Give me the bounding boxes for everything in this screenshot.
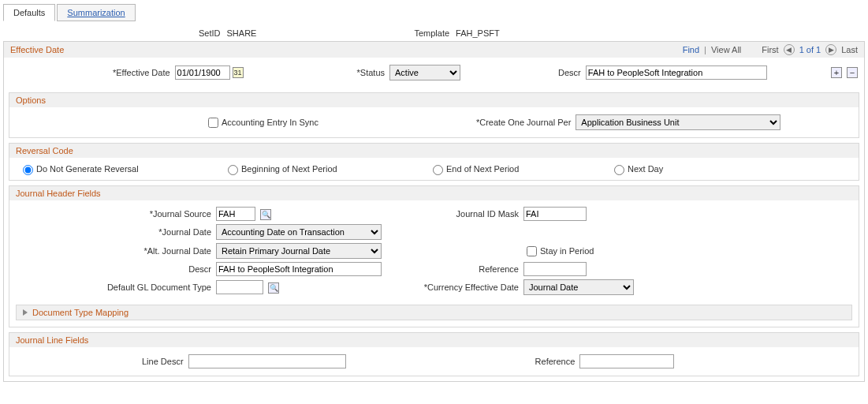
gl-label: Default GL Document Type — [19, 282, 216, 292]
mask-label: Journal ID Mask — [389, 209, 523, 219]
ced-label: *Currency Effective Date — [389, 282, 523, 292]
doc-type-mapping[interactable]: Document Type Mapping — [16, 305, 852, 320]
journal-header-section: Journal Header Fields *Journal Source 🔍 … — [9, 185, 859, 327]
prev-button[interactable]: ◀ — [784, 44, 795, 55]
setid-label: SetID — [199, 28, 221, 38]
template-value: FAH_PSFT — [456, 28, 500, 38]
lookup-icon[interactable]: 🔍 — [268, 282, 279, 294]
journal-header-title: Journal Header Fields — [16, 189, 101, 198]
jdate-select[interactable]: Accounting Date on Transaction — [216, 224, 382, 240]
status-select[interactable]: Active — [389, 65, 460, 80]
lookup-icon[interactable]: 🔍 — [260, 209, 271, 220]
tabs: Defaults Summarization — [3, 3, 865, 21]
next-button[interactable]: ▶ — [825, 44, 836, 55]
sync-checkbox[interactable] — [208, 118, 218, 128]
jdate-label: *Journal Date — [19, 227, 216, 237]
reversal-title: Reversal Code — [16, 146, 73, 155]
position-text: 1 of 1 — [799, 45, 821, 54]
effdt-label: *Effective Date — [113, 68, 170, 77]
jl-ref-input[interactable] — [579, 354, 674, 368]
viewall-link[interactable]: View All — [711, 45, 741, 54]
reversal-nextday-label: Next Day — [628, 164, 663, 174]
jh-descr-input[interactable] — [216, 262, 382, 276]
last-label: Last — [841, 45, 858, 54]
sync-label: Accounting Entry In Sync — [222, 118, 319, 127]
cojp-label: *Create One Journal Per — [476, 118, 571, 127]
jsrc-input[interactable] — [216, 207, 255, 221]
jl-ref-label: Reference — [535, 357, 576, 366]
calendar-icon[interactable]: 31 — [233, 67, 244, 78]
reversal-end-radio[interactable] — [433, 165, 443, 175]
find-link[interactable]: Find — [683, 45, 699, 54]
reversal-nextday-radio[interactable] — [614, 165, 624, 175]
effective-date-title: Effective Date — [10, 45, 64, 54]
descr-label: Descr — [558, 68, 581, 77]
options-title: Options — [16, 95, 46, 105]
line-descr-input[interactable] — [188, 354, 346, 368]
delete-row-button[interactable]: − — [847, 67, 858, 78]
setid-value: SHARE — [227, 28, 257, 38]
journal-line-section: Journal Line Fields Line Descr Reference — [9, 332, 859, 376]
reversal-none-radio[interactable] — [23, 165, 33, 175]
jsrc-label: *Journal Source — [19, 209, 216, 219]
grid-toolbar: Find | View All First ◀ 1 of 1 ▶ Last — [683, 44, 858, 55]
descr-input[interactable] — [586, 65, 767, 80]
first-label: First — [762, 45, 778, 54]
reversal-none-label: Do Not Generate Reversal — [36, 164, 139, 174]
reversal-begin-radio[interactable] — [228, 165, 238, 175]
effdt-input[interactable] — [175, 65, 230, 80]
reversal-section: Reversal Code Do Not Generate Reversal B… — [9, 143, 859, 181]
reversal-end-label: End of Next Period — [446, 164, 519, 174]
cojp-select[interactable]: Application Business Unit — [576, 114, 780, 130]
altdate-select[interactable]: Retain Primary Journal Date — [216, 243, 382, 259]
altdate-label: *Alt. Journal Date — [19, 246, 216, 256]
add-row-button[interactable]: + — [831, 67, 842, 78]
ced-select[interactable]: Journal Date — [523, 279, 634, 295]
template-label: Template — [414, 28, 449, 38]
tab-summarization[interactable]: Summarization — [57, 4, 135, 21]
mask-input[interactable] — [523, 207, 587, 221]
doc-type-mapping-title: Document Type Mapping — [32, 308, 129, 317]
tab-defaults[interactable]: Defaults — [3, 4, 55, 21]
gl-input[interactable] — [216, 280, 263, 294]
line-descr-label: Line Descr — [142, 357, 184, 366]
stay-label: Stay in Period — [540, 246, 594, 256]
effective-date-section: Effective Date Find | View All First ◀ 1… — [3, 41, 865, 382]
jh-ref-label: Reference — [389, 264, 523, 274]
status-label: *Status — [357, 68, 385, 77]
stay-checkbox[interactable] — [527, 246, 537, 256]
expand-arrow-icon[interactable] — [23, 309, 28, 316]
jh-ref-input[interactable] — [523, 262, 587, 276]
journal-line-title: Journal Line Fields — [16, 335, 88, 345]
reversal-begin-label: Beginning of Next Period — [241, 164, 337, 174]
header-info: SetID SHARE Template FAH_PSFT — [192, 25, 865, 41]
jh-descr-label: Descr — [19, 264, 216, 274]
options-section: Options Accounting Entry In Sync *Create… — [9, 92, 859, 138]
